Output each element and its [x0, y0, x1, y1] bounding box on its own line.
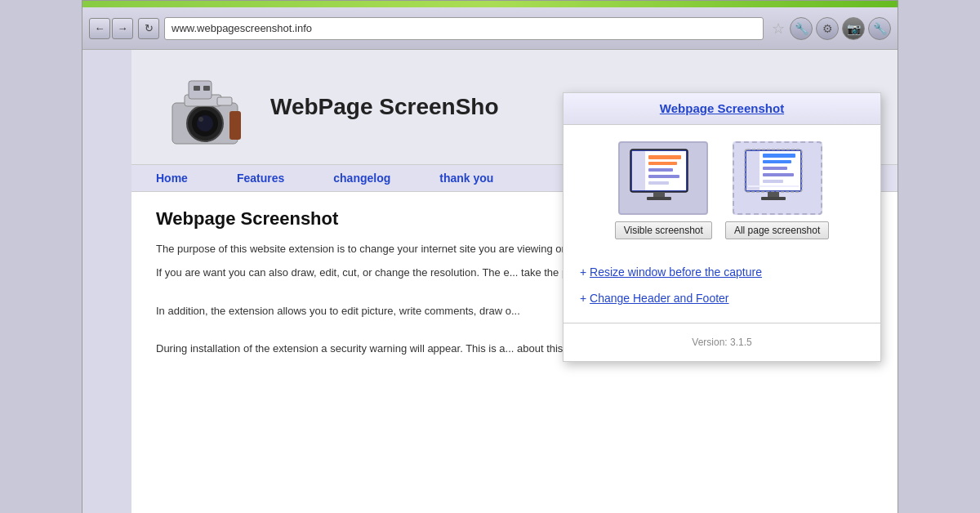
- popup-links: + Resize window before the capture + Cha…: [564, 256, 880, 314]
- svg-rect-27: [763, 173, 794, 176]
- popup-version: Version: 3.1.5: [564, 332, 880, 353]
- reload-button[interactable]: ↻: [138, 18, 159, 39]
- resize-link[interactable]: Resize window before the capture: [590, 265, 762, 279]
- allpage-screenshot-thumb: [733, 141, 822, 215]
- back-button[interactable]: ←: [89, 18, 110, 39]
- green-accent-bar: [82, 1, 898, 7]
- svg-rect-9: [203, 86, 210, 91]
- nav-thankyou[interactable]: thank you: [439, 172, 493, 185]
- svg-rect-26: [763, 167, 787, 170]
- svg-rect-17: [648, 175, 679, 178]
- screenshot-extension-icon[interactable]: 📷: [842, 17, 865, 40]
- popup-screenshot-options: Visible screenshot: [564, 125, 880, 256]
- nav-features[interactable]: Features: [237, 172, 284, 185]
- svg-rect-25: [763, 160, 791, 163]
- svg-rect-6: [217, 97, 232, 105]
- visible-screenshot-option: Visible screenshot: [615, 141, 712, 239]
- allpage-screenshot-label[interactable]: All page screenshot: [725, 221, 829, 239]
- visible-screenshot-label[interactable]: Visible screenshot: [615, 221, 712, 239]
- svg-rect-16: [648, 168, 673, 172]
- svg-point-4: [198, 117, 203, 122]
- header-footer-link[interactable]: Change Header and Footer: [590, 292, 728, 305]
- svg-rect-15: [648, 162, 677, 165]
- allpage-screenshot-option: All page screenshot: [725, 141, 829, 239]
- extension-puzzle-icon[interactable]: 🔧: [790, 17, 813, 40]
- svg-rect-10: [229, 111, 241, 140]
- svg-rect-31: [761, 197, 786, 200]
- svg-rect-28: [763, 180, 783, 183]
- svg-rect-29: [748, 185, 799, 187]
- nav-home[interactable]: Home: [156, 172, 188, 185]
- sidebar-strip: [82, 50, 131, 513]
- svg-rect-14: [648, 155, 681, 159]
- svg-rect-23: [746, 151, 760, 190]
- svg-rect-20: [647, 197, 671, 200]
- svg-rect-30: [768, 192, 779, 197]
- extension-gear-icon[interactable]: ⚙: [816, 17, 839, 40]
- wrench-icon[interactable]: 🔧: [868, 17, 891, 40]
- popup-divider: [564, 323, 880, 323]
- site-logo: [156, 66, 254, 148]
- bookmark-icon[interactable]: ☆: [772, 20, 785, 38]
- svg-rect-8: [194, 86, 200, 91]
- address-bar[interactable]: www.webpagescreenshot.info: [164, 17, 764, 40]
- svg-rect-19: [653, 192, 665, 197]
- nav-changelog[interactable]: changelog: [333, 172, 390, 185]
- svg-rect-24: [763, 154, 795, 158]
- svg-rect-18: [648, 181, 669, 185]
- resize-link-item: + Resize window before the capture: [580, 259, 864, 285]
- forward-button[interactable]: →: [112, 18, 133, 39]
- extension-popup: Webpage Screenshot: [563, 92, 881, 362]
- url-text: www.webpagescreenshot.info: [172, 22, 312, 34]
- header-footer-link-item: + Change Header and Footer: [580, 285, 864, 311]
- visible-screenshot-thumb: [618, 141, 708, 215]
- popup-header: Webpage Screenshot: [564, 93, 880, 125]
- svg-rect-13: [632, 151, 645, 190]
- popup-title-link[interactable]: Webpage Screenshot: [660, 101, 784, 115]
- site-title: WebPage ScreenSho: [270, 94, 499, 120]
